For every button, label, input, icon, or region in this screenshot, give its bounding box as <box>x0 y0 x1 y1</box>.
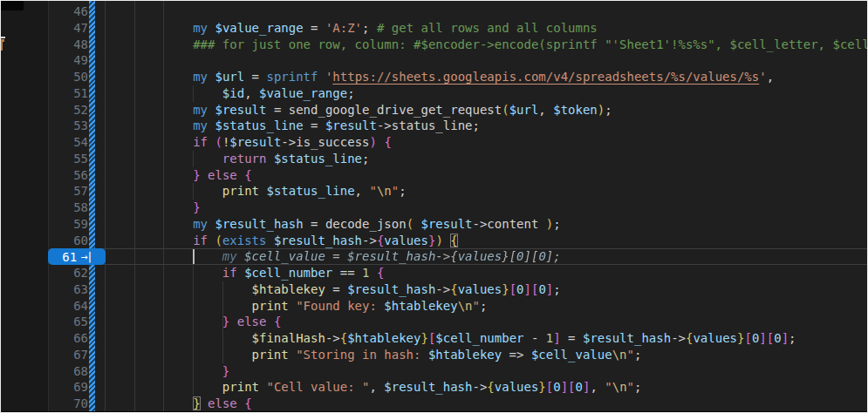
code-token: $result_hash <box>347 282 435 296</box>
code-line[interactable]: 55 return $status_line; <box>1 151 867 167</box>
code-text: $htablekey = $result_hash->{values}[0][0… <box>105 281 561 298</box>
code-token: $result <box>420 217 472 231</box>
code-line[interactable]: 65 } else { <box>1 314 867 330</box>
code-token: "Storing in hash: <box>296 348 428 362</box>
code-line[interactable]: 51 $id, $value_range; <box>1 85 867 102</box>
code-token: ### for just one row, column: #$encoder-… <box>193 37 868 51</box>
code-line[interactable]: 63 $htablekey = $result_hash->{values}[0… <box>1 281 867 298</box>
code-token: values <box>458 282 502 296</box>
line-number[interactable]: 47 <box>48 20 88 37</box>
code-token: $result_hash <box>274 234 362 247</box>
code-line[interactable]: 56 } else { <box>1 167 867 184</box>
line-number[interactable]: 70 <box>48 396 88 412</box>
code-line[interactable]: 57 print $status_line, "\n"; <box>1 183 867 200</box>
code-token: = <box>325 282 347 296</box>
code-line[interactable]: 68 } <box>1 363 867 380</box>
code-token <box>105 299 252 313</box>
code-token: = <box>561 331 583 345</box>
code-token: " <box>392 184 399 198</box>
code-line[interactable]: 58 } <box>1 200 867 216</box>
line-number[interactable]: 60 <box>48 233 88 249</box>
code-line[interactable]: 47 my $value_range = 'A:Z'; # get all ro… <box>1 20 867 37</box>
code-line[interactable]: 69 print "Cell value: ", $result_hash->{… <box>1 379 867 396</box>
code-token: { <box>450 234 457 247</box>
code-token: [ <box>546 380 553 394</box>
active-line-badge[interactable]: 61→| <box>48 248 106 265</box>
code-area[interactable]: 4647 my $value_range = 'A:Z'; # get all … <box>1 1 867 412</box>
line-number[interactable]: 59 <box>48 216 88 233</box>
code-token: $cell_number <box>435 331 523 345</box>
code-line[interactable]: 50 my $url = sprintf 'https://sheets.goo… <box>1 69 867 85</box>
code-text: print $status_line, "\n"; <box>105 183 407 200</box>
code-line[interactable]: 60 if (exists $result_hash->{values}) { <box>1 233 867 249</box>
code-token <box>105 217 193 231</box>
line-number[interactable]: 64 <box>48 298 88 315</box>
code-token: = <box>304 118 325 132</box>
code-token <box>105 200 193 214</box>
code-token: $cell_value <box>244 249 325 263</box>
code-token: } <box>193 200 200 214</box>
code-token: return <box>222 152 267 166</box>
line-number[interactable]: 69 <box>48 379 88 396</box>
code-token: values <box>458 249 502 263</box>
code-token: $htablekey <box>252 282 325 296</box>
code-token: , <box>369 380 384 394</box>
line-number[interactable]: 62 <box>48 265 88 281</box>
code-line[interactable]: 64 print "Found key: $htablekey\n"; <box>1 298 867 315</box>
code-token: -> <box>435 249 450 263</box>
code-token: == <box>332 266 362 280</box>
code-token <box>201 168 208 182</box>
code-line[interactable]: 62 if $cell_number == 1 { <box>1 265 867 281</box>
code-text: } <box>105 363 229 380</box>
line-number[interactable]: 67 <box>48 347 88 363</box>
code-line[interactable]: 70 } else { <box>1 396 867 412</box>
line-number[interactable]: 55 <box>48 151 88 167</box>
line-number[interactable]: 58 <box>48 200 88 216</box>
code-token: = <box>304 217 325 231</box>
code-token: ' <box>759 70 766 84</box>
code-token <box>105 266 222 280</box>
code-line[interactable]: 66 $finalHash->{$htablekey}[$cell_number… <box>1 330 867 347</box>
line-number[interactable]: 56 <box>48 167 88 184</box>
code-token: -> <box>362 234 377 247</box>
code-line[interactable]: 49 <box>1 52 867 69</box>
code-text: } else { <box>105 314 281 330</box>
code-line[interactable]: 48 ### for just one row, column: #$encod… <box>1 37 867 53</box>
line-number[interactable]: 51 <box>48 85 88 102</box>
line-number[interactable]: 53 <box>48 118 88 134</box>
code-text: print "Found key: $htablekey\n"; <box>105 298 487 315</box>
line-number[interactable]: 48 <box>48 37 88 53</box>
code-token: ] <box>759 331 766 345</box>
line-number[interactable]: 66 <box>48 330 88 347</box>
code-text: } else { <box>105 396 252 412</box>
line-number[interactable]: 57 <box>48 183 88 200</box>
code-token: my <box>193 21 208 35</box>
code-line[interactable]: 67 print "Storing in hash: $htablekey =>… <box>1 347 867 363</box>
code-token: ( <box>215 135 222 149</box>
code-token: [ <box>744 331 751 345</box>
code-line[interactable]: 59 my $result_hash = decode_json( $resul… <box>1 216 867 233</box>
code-line[interactable]: 53 my $status_line = $result->status_lin… <box>1 118 867 134</box>
code-token <box>289 348 296 362</box>
code-token: if <box>193 135 208 149</box>
line-number[interactable]: 65 <box>48 314 88 330</box>
line-number[interactable]: 54 <box>48 134 88 151</box>
line-number[interactable]: 63 <box>48 281 88 298</box>
code-token <box>443 234 450 247</box>
code-text: my $value_range = 'A:Z'; # get all rows … <box>105 20 598 37</box>
line-number[interactable]: 49 <box>48 52 88 69</box>
line-number[interactable]: 46 <box>48 3 88 20</box>
code-line[interactable]: my $cell_value = $result_hash->{values}[… <box>1 248 867 265</box>
code-token: { <box>384 135 391 149</box>
line-number[interactable]: 52 <box>48 102 88 118</box>
code-token <box>105 282 252 296</box>
code-line[interactable]: 52 my $result = send_google_drive_get_re… <box>1 102 867 118</box>
code-line[interactable]: 54 if (!$result->is_success) { <box>1 134 867 151</box>
code-token: , <box>244 86 259 100</box>
line-number[interactable]: 68 <box>48 363 88 380</box>
code-token <box>105 364 222 378</box>
code-token: " <box>472 299 479 313</box>
line-number[interactable]: 50 <box>48 69 88 85</box>
code-line[interactable]: 46 <box>1 3 867 20</box>
code-token: my <box>193 217 208 231</box>
